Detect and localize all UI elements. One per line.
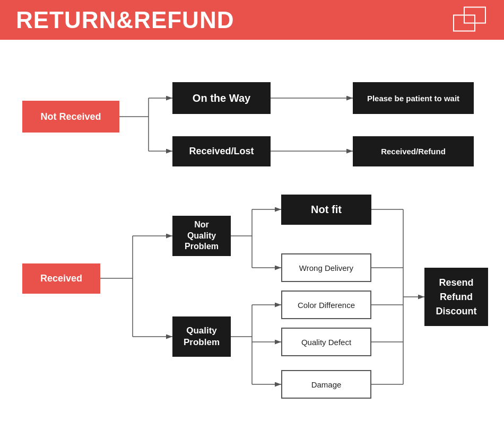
wrong-delivery-box: Wrong Delivery [281, 253, 371, 282]
quality-problem-box: Quality Problem [172, 316, 231, 357]
please-wait-box: Please be patient to wait [353, 82, 474, 114]
quality-defect-box: Quality Defect [281, 328, 371, 356]
color-difference-box: Color Difference [281, 291, 371, 319]
received-refund-box: Received/Refund [353, 136, 474, 166]
icon-decoration [451, 4, 488, 36]
received-lost-box: Received/Lost [172, 136, 271, 166]
page-title: RETURN&REFUND [16, 7, 234, 33]
diagram: Not Received On the Way Received/Lost Pl… [0, 40, 504, 440]
not-received-box: Not Received [22, 101, 119, 133]
received-box: Received [22, 263, 100, 294]
damage-box: Damage [281, 370, 371, 399]
resend-refund-box: Resend Refund Discount [424, 268, 488, 326]
on-the-way-box: On the Way [172, 82, 271, 114]
nor-quality-box: Nor Quality Problem [172, 216, 231, 256]
not-fit-box: Not fit [281, 195, 371, 225]
header: RETURN&REFUND [0, 0, 504, 40]
